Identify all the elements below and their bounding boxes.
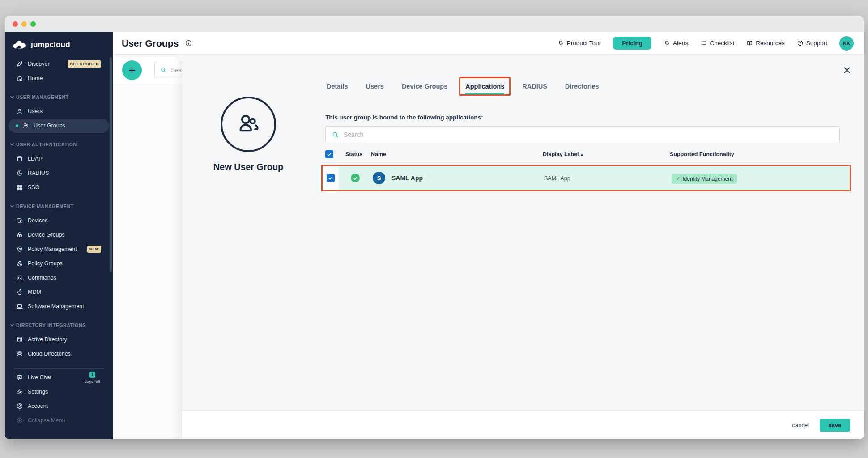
app-window: jumpcloud DiscoverGET STARTEDHome USER M…: [5, 16, 864, 439]
sidebar-item-devices[interactable]: Devices: [5, 213, 109, 228]
sidebar-item-policy-management[interactable]: Policy ManagementNEW: [5, 242, 109, 256]
column-header-status[interactable]: Status: [345, 151, 362, 157]
sidebar-section-device-management[interactable]: DEVICE MANAGEMENT: [5, 199, 113, 213]
groups-search-placeholder: Search: [171, 67, 182, 73]
header-action-checklist[interactable]: Checklist: [700, 40, 734, 47]
sidebar-item-discover[interactable]: DiscoverGET STARTED: [5, 57, 109, 71]
applications-search-input[interactable]: [325, 126, 840, 143]
sidebar-item-label: Home: [28, 75, 43, 81]
sidebar-item-badge: NEW: [87, 246, 101, 253]
policy-group-icon: [16, 260, 23, 267]
header-action-product-tour[interactable]: Product Tour: [557, 40, 601, 47]
jumpcloud-cloud-icon: [13, 40, 28, 49]
tab-applications[interactable]: Applications: [459, 77, 511, 96]
sidebar-item-radius[interactable]: RADIUS: [5, 166, 109, 180]
radius-icon: [16, 170, 23, 177]
header-action-label: Checklist: [710, 40, 734, 47]
header-action-label: Product Tour: [567, 40, 601, 47]
sidebar-item-label: Settings: [28, 389, 48, 395]
jumpcloud-logo: jumpcloud: [5, 32, 113, 57]
user-icon: [16, 108, 23, 115]
sidebar-item-mdm[interactable]: MDM: [5, 285, 109, 299]
tab-label: Device Groups: [402, 83, 447, 94]
header-action-resources[interactable]: Resources: [746, 40, 785, 47]
select-all-checkbox[interactable]: [325, 150, 333, 158]
column-header-display-label[interactable]: Display Label▲: [543, 151, 584, 157]
app-display-label: SAML App: [544, 175, 570, 182]
tab-users[interactable]: Users: [360, 77, 390, 96]
zoom-window-icon[interactable]: [30, 21, 36, 27]
sidebar-item-cloud-directories[interactable]: Cloud Directories: [5, 347, 109, 361]
device-group-icon: [16, 231, 23, 239]
sidebar-item-device-groups[interactable]: Device Groups: [5, 228, 109, 242]
home-icon: [16, 75, 23, 82]
database-icon: [16, 155, 23, 163]
grid-icon: [16, 184, 23, 191]
sidebar-item-label: Collapse Menu: [28, 417, 65, 424]
bound-applications-text: This user group is bound to the followin…: [325, 114, 483, 121]
sidebar-item-ldap[interactable]: LDAP: [5, 152, 109, 166]
content-area: Search: [113, 55, 864, 439]
gear-icon: [16, 388, 23, 396]
sidebar-item-label: Commands: [28, 275, 56, 281]
row-checkbox[interactable]: [327, 174, 335, 182]
sidebar-item-settings[interactable]: Settings: [5, 385, 109, 399]
user-avatar[interactable]: KK: [839, 36, 854, 51]
table-row-saml-app[interactable]: S SAML App SAML App ✓ Identity Managemen…: [321, 165, 851, 191]
groups-search-input[interactable]: Search: [154, 62, 182, 78]
collapse-icon: [16, 417, 23, 424]
pricing-button[interactable]: Pricing: [613, 37, 651, 50]
close-window-icon[interactable]: [13, 21, 18, 27]
sidebar-scrollbar[interactable]: [110, 57, 112, 272]
sidebar-item-label: Users: [28, 108, 43, 114]
tab-label: Applications: [465, 83, 504, 94]
sidebar-item-label: Policy Groups: [28, 260, 63, 267]
terminal-icon: [16, 274, 23, 282]
header-action-support[interactable]: Support: [797, 40, 827, 47]
header-action-label: Alerts: [673, 40, 689, 47]
sidebar-section-directory-integrations[interactable]: DIRECTORY INTEGRATIONS: [5, 318, 113, 332]
column-header-name[interactable]: Name: [371, 151, 386, 157]
header-action-alerts[interactable]: Alerts: [664, 40, 689, 47]
applications-table-header: Status Name Display Label▲ Supported Fun…: [321, 149, 851, 163]
sidebar-item-collapse-menu[interactable]: Collapse Menu: [5, 413, 109, 428]
sidebar-section-user-authentication[interactable]: USER AUTHENTICATION: [5, 137, 113, 152]
header-action-label: Pricing: [622, 40, 642, 47]
tab-device-groups[interactable]: Device Groups: [396, 77, 454, 96]
sidebar: jumpcloud DiscoverGET STARTEDHome USER M…: [5, 32, 113, 439]
sidebar-item-label: Devices: [28, 217, 47, 224]
tab-directories[interactable]: Directories: [559, 77, 605, 96]
window-titlebar: [5, 16, 864, 32]
sidebar-item-users[interactable]: Users: [5, 104, 109, 119]
add-user-group-button[interactable]: [122, 60, 142, 80]
cancel-button[interactable]: cancel: [792, 422, 809, 428]
group-name-label: New User Group: [182, 162, 315, 172]
tab-radius[interactable]: RADIUS: [516, 77, 553, 96]
info-icon[interactable]: [185, 39, 192, 47]
chat-icon: [16, 374, 23, 382]
sidebar-item-sso[interactable]: SSO: [5, 180, 109, 195]
tab-bar: DetailsUsersDevice GroupsApplicationsRAD…: [320, 77, 605, 96]
tab-details[interactable]: Details: [320, 77, 354, 96]
save-button[interactable]: save: [820, 419, 850, 432]
sidebar-item-policy-groups[interactable]: Policy Groups: [5, 256, 109, 271]
sidebar-item-software-management[interactable]: Software Management: [5, 299, 109, 314]
header-action-label: Support: [806, 40, 827, 47]
sidebar-item-label: Active Directory: [28, 336, 67, 343]
close-icon[interactable]: [842, 65, 852, 75]
applications-search-field[interactable]: [344, 131, 839, 138]
minimize-window-icon[interactable]: [21, 21, 27, 27]
column-header-supported-functionality[interactable]: Supported Functionality: [670, 151, 734, 157]
sidebar-item-commands[interactable]: Commands: [5, 271, 109, 285]
sidebar-item-live-chat[interactable]: Live Chat1days left: [5, 370, 109, 385]
check-icon: ✓: [676, 176, 680, 182]
sidebar-item-home[interactable]: Home: [5, 71, 109, 85]
sidebar-section-user-management[interactable]: USER MANAGEMENT: [5, 90, 113, 104]
page-title: User Groups: [122, 38, 179, 49]
sidebar-item-active-directory[interactable]: Active Directory: [5, 332, 109, 347]
sidebar-item-account[interactable]: Account: [5, 399, 109, 413]
sidebar-item-user-groups[interactable]: User Groups: [9, 119, 109, 133]
bell-icon: [557, 40, 564, 47]
sidebar-item-label: Account: [28, 403, 48, 409]
chevron-down-icon: [10, 323, 14, 327]
